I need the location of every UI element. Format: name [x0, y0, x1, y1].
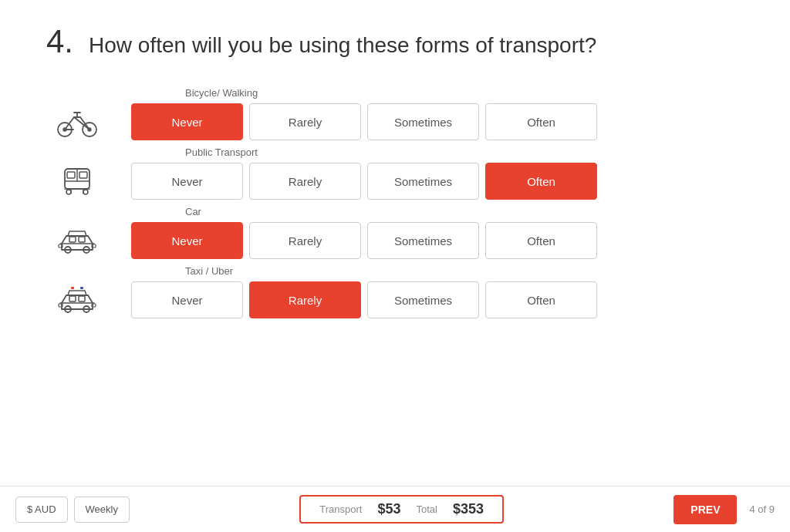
bottom-left: $ AUD Weekly	[15, 497, 130, 523]
option-public-transport-sometimes[interactable]: Sometimes	[367, 163, 479, 200]
bottom-right: PREV 4 of 9	[674, 495, 775, 524]
transport-label-public-transport: Public Transport	[185, 146, 744, 158]
question-header: 4. How often will you be using these for…	[46, 23, 744, 60]
option-bicycle-sometimes[interactable]: Sometimes	[367, 103, 479, 140]
transport-amount: $53	[377, 501, 400, 517]
total-label: Total	[417, 503, 437, 515]
transport-rows: Bicycle/ Walking NeverRarelySometimesOft…	[46, 87, 744, 318]
option-car-rarely[interactable]: Rarely	[249, 222, 361, 259]
option-car-never[interactable]: Never	[131, 222, 243, 259]
taxi-icon	[46, 285, 108, 315]
transport-label-taxi: Taxi / Uber	[185, 265, 744, 277]
currency-button[interactable]: $ AUD	[15, 497, 68, 523]
svg-rect-21	[69, 237, 76, 242]
svg-rect-28	[69, 296, 76, 301]
svg-rect-29	[79, 296, 85, 301]
svg-rect-22	[79, 237, 85, 242]
option-bicycle-rarely[interactable]: Rarely	[249, 103, 361, 140]
transport-label-car: Car	[185, 206, 744, 217]
option-public-transport-never[interactable]: Never	[131, 163, 243, 200]
question-text: How often will you be using these forms …	[89, 33, 596, 58]
svg-rect-36	[80, 287, 83, 289]
period-button[interactable]: Weekly	[74, 497, 130, 523]
option-bicycle-often[interactable]: Often	[485, 103, 597, 140]
options-group-bicycle: NeverRarelySometimesOften	[131, 103, 597, 140]
transport-row-car: Car NeverRarelySometimesOften	[46, 206, 744, 259]
options-group-public-transport: NeverRarelySometimesOften	[131, 163, 597, 200]
transport-row-public-transport: Public Transport NeverRarelySometimesOft…	[46, 146, 744, 200]
options-group-taxi: NeverRarelySometimesOften	[131, 281, 597, 318]
svg-rect-35	[71, 287, 74, 289]
bottom-center: Transport $53 Total $353	[130, 495, 674, 524]
option-public-transport-often[interactable]: Often	[485, 163, 597, 200]
transport-options-car: NeverRarelySometimesOften	[46, 222, 744, 259]
svg-rect-12	[67, 172, 75, 178]
svg-point-18	[83, 190, 88, 194]
transport-options-taxi: NeverRarelySometimesOften	[46, 281, 744, 318]
options-group-car: NeverRarelySometimesOften	[131, 222, 597, 259]
option-taxi-never[interactable]: Never	[131, 281, 243, 318]
main-content: 4. How often will you be using these for…	[0, 0, 790, 396]
option-public-transport-rarely[interactable]: Rarely	[249, 163, 361, 200]
transport-options-bicycle: NeverRarelySometimesOften	[46, 103, 744, 140]
bicycle-icon	[46, 106, 108, 137]
public-transport-icon	[46, 164, 108, 198]
svg-rect-13	[79, 172, 87, 178]
total-amount: $353	[453, 501, 484, 517]
svg-point-17	[66, 190, 71, 194]
option-car-often[interactable]: Often	[485, 222, 597, 259]
car-icon	[46, 227, 108, 254]
transport-row-bicycle: Bicycle/ Walking NeverRarelySometimesOft…	[46, 87, 744, 140]
question-number: 4.	[46, 23, 73, 60]
transport-label: Transport	[319, 503, 362, 515]
option-taxi-rarely[interactable]: Rarely	[249, 281, 361, 318]
option-taxi-sometimes[interactable]: Sometimes	[367, 281, 479, 318]
prev-button[interactable]: PREV	[674, 495, 737, 524]
totals-box: Transport $53 Total $353	[299, 495, 504, 524]
page-indicator: 4 of 9	[749, 503, 775, 515]
option-car-sometimes[interactable]: Sometimes	[367, 222, 479, 259]
transport-label-bicycle: Bicycle/ Walking	[185, 87, 744, 99]
transport-row-taxi: Taxi / Uber NeverRarelySometimesOften	[46, 265, 744, 318]
transport-options-public-transport: NeverRarelySometimesOften	[46, 163, 744, 200]
bottom-bar: $ AUD Weekly Transport $53 Total $353 PR…	[0, 486, 790, 532]
option-bicycle-never[interactable]: Never	[131, 103, 243, 140]
option-taxi-often[interactable]: Often	[485, 281, 597, 318]
